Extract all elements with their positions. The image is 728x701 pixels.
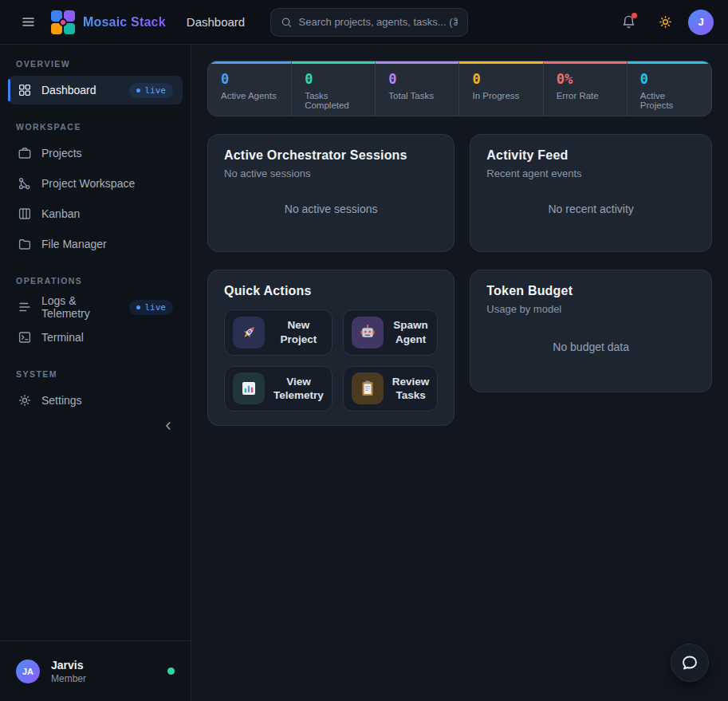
view-telemetry-button[interactable]: View Telemetry — [224, 366, 333, 412]
card-title: Active Orchestrator Sessions — [224, 148, 438, 163]
stat-active-projects[interactable]: 0 Active Projects — [628, 61, 711, 116]
section-label-operations: OPERATIONS — [0, 268, 191, 291]
sidebar-item-label: Dashboard — [41, 84, 96, 96]
stat-value: 0 — [472, 71, 529, 87]
live-badge: live — [129, 300, 174, 315]
theme-toggle-button[interactable] — [651, 9, 679, 36]
briefcase-icon — [18, 146, 32, 160]
section-label-system: SYSTEM — [0, 361, 191, 384]
card-subtitle: Usage by model — [486, 303, 695, 315]
live-dot-icon — [136, 305, 140, 309]
notification-dot — [632, 13, 637, 18]
notifications-button[interactable] — [615, 9, 642, 36]
live-badge: live — [129, 83, 174, 98]
sidebar-item-settings[interactable]: Settings — [8, 386, 183, 415]
stat-active-agents[interactable]: 0 Active Agents — [208, 61, 292, 116]
user-footer[interactable]: JA Jarvis Member — [0, 640, 191, 701]
stat-label: Total Tasks — [388, 91, 446, 100]
quick-action-label: New Project — [273, 318, 324, 346]
stat-error-rate[interactable]: 0% Error Rate — [544, 61, 628, 116]
quick-action-label: View Telemetry — [273, 375, 324, 403]
search-box[interactable] — [270, 8, 468, 37]
dashboard-grid-icon — [18, 83, 32, 97]
stat-tasks-completed[interactable]: 0 Tasks Completed — [292, 61, 376, 116]
section-label-workspace: WORKSPACE — [0, 114, 191, 137]
sidebar-item-project-workspace[interactable]: Project Workspace — [8, 169, 183, 198]
stats-row: 0 Active Agents 0 Tasks Completed 0 Tota… — [207, 61, 712, 116]
chat-fab-button[interactable] — [671, 644, 709, 682]
stat-value: 0 — [388, 71, 446, 87]
sidebar-item-label: Settings — [41, 394, 82, 407]
user-info: Jarvis Member — [51, 659, 86, 684]
live-dot-icon — [136, 89, 140, 93]
share-network-icon — [18, 176, 32, 191]
stat-label: Error Rate — [557, 91, 614, 100]
sidebar-item-terminal[interactable]: Terminal — [8, 323, 183, 352]
sidebar-item-label: File Manager — [41, 238, 107, 250]
stat-in-progress[interactable]: 0 In Progress — [459, 61, 543, 116]
user-avatar-initials: JA — [16, 660, 40, 683]
clipboard-icon — [352, 372, 384, 404]
token-budget-card: Token Budget Usage by model No budget da… — [470, 270, 712, 392]
main-content: 0 Active Agents 0 Tasks Completed 0 Tota… — [191, 45, 728, 701]
rocket-icon — [233, 317, 265, 349]
new-project-button[interactable]: New Project — [224, 309, 333, 356]
gear-icon — [18, 393, 32, 408]
sidebar-item-label: Terminal — [41, 331, 84, 344]
stat-total-tasks[interactable]: 0 Total Tasks — [376, 61, 459, 116]
user-role: Member — [51, 673, 86, 684]
bar-chart-icon — [233, 372, 265, 404]
review-tasks-button[interactable]: Review Tasks — [343, 366, 439, 412]
stat-value: 0% — [557, 71, 614, 87]
section-label-overview: OVERVIEW — [0, 51, 191, 74]
spawn-agent-button[interactable]: Spawn Agent — [343, 309, 439, 356]
chat-bubble-icon — [680, 653, 699, 672]
mosaic-logo-icon — [51, 10, 75, 34]
card-title: Token Budget — [486, 284, 695, 298]
card-subtitle: Recent agent events — [486, 167, 695, 179]
topbar-actions: J — [615, 9, 714, 36]
activity-feed-card: Activity Feed Recent agent events No rec… — [470, 134, 712, 252]
sessions-empty-state: No active sessions — [224, 179, 438, 238]
sidebar-item-kanban[interactable]: Kanban — [8, 199, 183, 228]
page-title: Dashboard — [187, 15, 245, 29]
stat-value: 0 — [305, 71, 362, 87]
user-avatar[interactable]: J — [688, 10, 714, 35]
card-subtitle: No active sessions — [224, 167, 438, 179]
sidebar-item-projects[interactable]: Projects — [8, 139, 183, 167]
chevron-left-icon — [162, 419, 175, 432]
cards-grid: Active Orchestrator Sessions No active s… — [207, 134, 712, 426]
sidebar-item-label: Project Workspace — [41, 177, 135, 190]
sidebar-item-label: Kanban — [41, 207, 80, 220]
search-input[interactable] — [299, 16, 458, 28]
log-lines-icon — [18, 300, 32, 314]
topbar: Mosaic Stack Dashboard J — [0, 0, 728, 45]
sidebar-item-label: Projects — [41, 147, 82, 159]
card-title: Activity Feed — [486, 148, 695, 163]
search-icon — [281, 16, 292, 29]
stat-label: In Progress — [472, 91, 529, 100]
card-title: Quick Actions — [224, 284, 438, 298]
sidebar-collapse-button[interactable] — [157, 415, 179, 437]
kanban-columns-icon — [18, 207, 32, 221]
menu-button[interactable] — [14, 9, 41, 36]
sun-icon — [658, 14, 673, 30]
quick-actions-grid: New Project Spawn Agent View Telemetry — [224, 309, 438, 412]
terminal-icon — [18, 330, 32, 345]
token-budget-empty-state: No budget data — [486, 315, 695, 378]
brand[interactable]: Mosaic Stack — [51, 10, 166, 34]
user-name: Jarvis — [51, 659, 86, 671]
quick-action-label: Review Tasks — [392, 375, 430, 403]
activity-empty-state: No recent activity — [486, 179, 695, 238]
sidebar-item-logs-telemetry[interactable]: Logs & Telemetry live — [8, 293, 183, 321]
stat-label: Active Agents — [221, 91, 278, 100]
sidebar-item-file-manager[interactable]: File Manager — [8, 230, 183, 258]
online-status-dot — [167, 668, 175, 675]
hamburger-icon — [21, 14, 36, 30]
stat-label: Active Projects — [640, 91, 698, 110]
sidebar: OVERVIEW Dashboard live WORKSPACE Projec… — [0, 45, 191, 701]
sessions-card: Active Orchestrator Sessions No active s… — [207, 134, 455, 252]
quick-actions-card: Quick Actions New Project Spawn Agent — [207, 270, 455, 426]
sidebar-item-dashboard[interactable]: Dashboard live — [8, 76, 183, 104]
robot-icon — [352, 317, 384, 349]
